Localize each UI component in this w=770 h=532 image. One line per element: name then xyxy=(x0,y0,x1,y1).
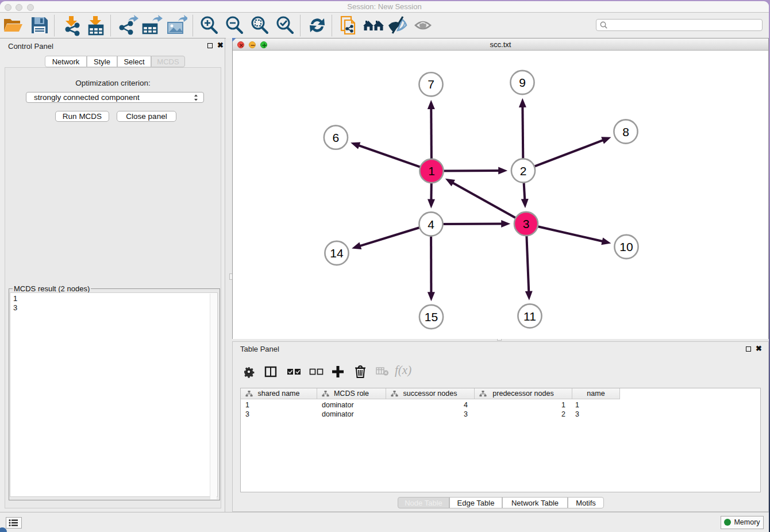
svg-text:14: 14 xyxy=(330,246,344,260)
svg-text:11: 11 xyxy=(523,310,536,323)
svg-text:15: 15 xyxy=(425,310,438,323)
svg-text:6: 6 xyxy=(333,131,340,144)
svg-text:9: 9 xyxy=(519,76,526,89)
svg-text:7: 7 xyxy=(428,78,434,91)
svg-text:10: 10 xyxy=(619,240,633,253)
svg-text:1: 1 xyxy=(428,164,435,178)
svg-text:2: 2 xyxy=(520,164,527,178)
svg-text:8: 8 xyxy=(622,125,629,138)
svg-text:4: 4 xyxy=(428,218,434,231)
svg-text:3: 3 xyxy=(523,217,530,230)
